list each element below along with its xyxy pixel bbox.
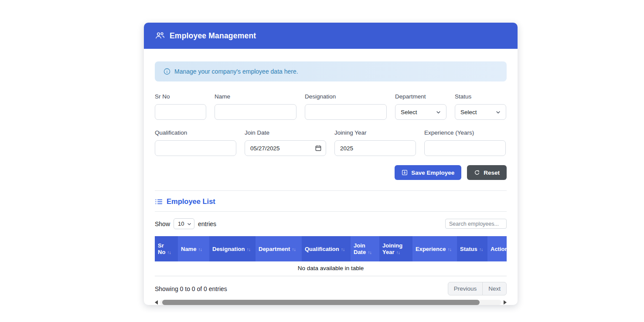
- column-header-action[interactable]: Action: [487, 236, 507, 261]
- sort-icon: ↑↓: [447, 247, 451, 252]
- joining-year-label: Joining Year: [334, 129, 416, 136]
- status-select[interactable]: Select: [455, 104, 506, 120]
- sort-icon: ↑↓: [341, 247, 345, 252]
- entries-summary: Showing 0 to 0 of 0 entries: [155, 285, 227, 292]
- people-icon: [155, 31, 165, 41]
- horizontal-scrollbar[interactable]: [155, 299, 507, 305]
- column-header-name[interactable]: Name↑↓: [178, 236, 209, 261]
- department-select[interactable]: Select: [395, 104, 446, 120]
- sort-icon: ↑↓: [368, 250, 371, 255]
- experience-input[interactable]: [424, 140, 506, 156]
- chevron-down-icon: [496, 110, 501, 115]
- previous-button[interactable]: Previous: [448, 282, 483, 295]
- chevron-down-icon: [436, 110, 441, 115]
- qualification-input[interactable]: [155, 140, 236, 156]
- info-banner-text: Manage your company's employee data here…: [174, 68, 298, 75]
- designation-label: Designation: [305, 93, 387, 100]
- empty-table-message: No data available in table: [155, 261, 507, 276]
- column-header-joining-year[interactable]: Joining Year↑↓: [379, 236, 412, 261]
- section-divider: [155, 211, 507, 212]
- chevron-down-icon: [187, 222, 191, 226]
- sort-icon: ↑↓: [479, 247, 483, 252]
- reset-icon: [474, 169, 480, 176]
- page-title: Employee Management: [170, 31, 256, 41]
- joining-year-input[interactable]: [334, 140, 416, 156]
- scrollbar-thumb[interactable]: [162, 300, 480, 305]
- column-header-sr-no[interactable]: Sr No↑↓: [155, 236, 178, 261]
- list-icon: [155, 198, 163, 206]
- info-banner: Manage your company's employee data here…: [155, 61, 507, 81]
- scroll-right-arrow-icon[interactable]: [504, 300, 507, 305]
- list-title: Employee List: [167, 197, 215, 206]
- reset-button[interactable]: Reset: [467, 165, 507, 180]
- card-header: Employee Management: [144, 23, 518, 49]
- employee-table: Sr No↑↓ Name↑↓ Designation↑↓ Department↑…: [155, 236, 507, 261]
- sort-icon: ↑↓: [292, 247, 296, 252]
- search-input[interactable]: [445, 219, 507, 229]
- scroll-left-arrow-icon[interactable]: [155, 300, 158, 305]
- info-icon: [164, 68, 170, 75]
- show-label: Show: [155, 220, 170, 227]
- sort-icon: ↑↓: [396, 250, 400, 255]
- sort-icon: ↑↓: [198, 247, 202, 252]
- entries-label: entries: [198, 220, 216, 227]
- save-icon: [402, 169, 408, 176]
- page-size-select[interactable]: 10: [174, 218, 194, 229]
- status-label: Status: [455, 93, 506, 100]
- save-employee-button[interactable]: Save Employee: [395, 165, 461, 180]
- sort-icon: ↑↓: [167, 250, 171, 255]
- experience-label: Experience (Years): [424, 129, 506, 136]
- column-header-status[interactable]: Status↑↓: [457, 236, 487, 261]
- sr-no-input[interactable]: [155, 104, 206, 120]
- name-label: Name: [215, 93, 296, 100]
- sr-no-label: Sr No: [155, 93, 206, 100]
- column-header-department[interactable]: Department↑↓: [256, 236, 302, 261]
- join-date-input[interactable]: [245, 140, 326, 156]
- name-input[interactable]: [215, 104, 296, 120]
- column-header-join-date[interactable]: Join Date↑↓: [351, 236, 379, 261]
- pagination: Previous Next: [448, 282, 507, 295]
- designation-input[interactable]: [305, 104, 387, 120]
- column-header-designation[interactable]: Designation↑↓: [209, 236, 256, 261]
- join-date-label: Join Date: [245, 129, 326, 136]
- next-button[interactable]: Next: [482, 282, 507, 295]
- column-header-experience[interactable]: Experience↑↓: [412, 236, 457, 261]
- department-label: Department: [395, 93, 446, 100]
- sort-icon: ↑↓: [246, 247, 250, 252]
- employee-management-card: Employee Management Manage your company'…: [144, 23, 518, 305]
- column-header-qualification[interactable]: Qualification↑↓: [302, 236, 351, 261]
- qualification-label: Qualification: [155, 129, 236, 136]
